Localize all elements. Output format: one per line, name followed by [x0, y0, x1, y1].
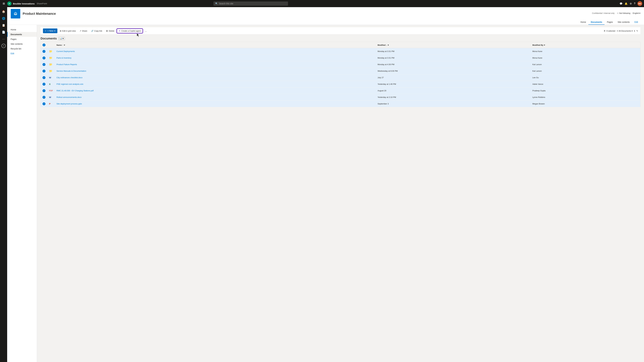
chevron-down-icon: ▾ — [632, 30, 633, 32]
not-following-button[interactable]: ☆ Not following — [617, 12, 630, 14]
more-row-button-4[interactable]: ⋯ — [87, 76, 91, 79]
sidebar-item-site-contents[interactable]: Site contents — [7, 41, 37, 46]
share-row-button-0[interactable]: ↗ — [76, 50, 79, 53]
file-name-7[interactable]: Rollout announcements.docx — [56, 96, 82, 98]
file-name-6[interactable]: RMC 21.40.030 - EV Charging Stations.pdf — [56, 89, 94, 92]
row-checkbox-7[interactable]: ✓ — [42, 96, 46, 99]
file-name-0[interactable]: Current Deployments — [56, 50, 75, 52]
modified-by-header[interactable]: Modified By ▾ — [530, 42, 640, 48]
share-row-button-4[interactable]: ↗ — [84, 76, 87, 79]
select-all-header[interactable]: ✓ — [41, 42, 48, 48]
share-row-button-2[interactable]: ↗ — [78, 63, 81, 66]
nav-site-contents[interactable]: Site contents — [615, 20, 632, 25]
trash-icon: 🗑 — [106, 30, 108, 32]
more-row-button-3[interactable]: ⋯ — [91, 69, 95, 73]
row-checkbox-1[interactable]: ✓ — [42, 56, 46, 59]
sidebar-item-recycle-bin[interactable]: Recycle bin — [7, 46, 37, 51]
new-button[interactable]: + + New ▾ — [43, 28, 58, 33]
select-all-checkbox[interactable]: ✓ — [42, 43, 46, 46]
folder-icon: 📁 — [49, 69, 52, 72]
sidebar-item-documents[interactable]: Documents — [7, 32, 37, 37]
more-row-button-6[interactable]: ⋯ — [98, 89, 102, 92]
more-row-button-7[interactable]: ⋯ — [86, 95, 90, 99]
search-icon: 🔍 — [215, 2, 218, 5]
file-name-4[interactable]: City ordinances checklist.docx — [56, 76, 82, 79]
language-selector[interactable]: English ▾ — [633, 12, 640, 14]
modified-by-cell-5: Adele Vance — [530, 81, 640, 87]
search-bar[interactable]: 🔍 Search this site — [214, 1, 288, 6]
nav-edit[interactable]: Edit — [632, 20, 640, 25]
left-icon-bar: 🏠 🌐 📋 📄 ⋯ + — [0, 7, 7, 362]
edit-grid-view-button[interactable]: ⊞ Edit in grid view — [58, 29, 77, 33]
name-cell: Product Failure Reports ↗ ⋯ — [55, 61, 376, 68]
lists-nav-icon[interactable]: 📋 — [1, 23, 6, 28]
pages-nav-icon[interactable]: 📄 — [1, 29, 6, 35]
nav-documents[interactable]: Documents — [588, 20, 604, 25]
name-header[interactable]: Name ↑ ▾ — [55, 42, 376, 48]
folder-icon: 📁 — [49, 56, 52, 59]
modified-by-cell-8: Megan Bowen — [530, 100, 640, 107]
more-row-button-1[interactable]: ⋯ — [76, 56, 80, 60]
row-checkbox-4[interactable]: ✓ — [42, 76, 46, 79]
nav-pages[interactable]: Pages — [604, 20, 615, 25]
row-checkbox-0[interactable]: ✓ — [42, 50, 46, 53]
row-checkbox-cell: ✓ — [41, 61, 48, 68]
share-row-button-7[interactable]: ↗ — [83, 95, 86, 99]
file-name-3[interactable]: Service Manuals & Documentation — [56, 70, 86, 72]
file-name-2[interactable]: Product Failure Reports — [56, 63, 77, 65]
sidebar-item-edit[interactable]: Edit — [7, 51, 37, 56]
file-name-5[interactable]: PSE regional cost analysis.xslx — [56, 83, 83, 85]
share-row-button-1[interactable]: ↗ — [72, 56, 76, 60]
more-options-button[interactable]: ... — [144, 29, 148, 33]
deselect-all-button[interactable]: ✕ — [604, 29, 606, 32]
share-row-button-8[interactable]: ↗ — [83, 102, 86, 105]
waffle-menu-icon[interactable]: ⊞ — [2, 1, 6, 6]
file-type-cell: W — [47, 74, 55, 81]
bar-chart-icon: 📊 — [60, 37, 62, 40]
folder-icon: 📁 — [49, 50, 52, 53]
notification-icon[interactable]: 🔔 — [624, 2, 628, 5]
nav-home[interactable]: Home — [578, 20, 588, 25]
view-selector[interactable]: ≡ All Documents ▾ — [617, 30, 633, 32]
settings-icon[interactable]: ⚙ — [630, 2, 632, 5]
more-row-button-8[interactable]: ⋯ — [87, 102, 90, 105]
more-row-button-0[interactable]: ⋯ — [80, 50, 83, 53]
file-name-8[interactable]: Site deployment process.pptx — [56, 103, 82, 105]
file-type-cell: 📁 — [47, 61, 55, 68]
share-row-button-3[interactable]: ↗ — [87, 69, 90, 73]
site-nav-row: Home Documents Pages Site contents Edit — [11, 20, 640, 25]
share-row-button-5[interactable]: ↗ — [84, 82, 88, 86]
file-name-1[interactable]: Parts & Inventory — [56, 57, 72, 59]
sidebar-item-pages[interactable]: Pages — [7, 37, 37, 41]
copy-link-button[interactable]: 🔗 Copy link — [90, 29, 104, 33]
more-nav-icon[interactable]: ⋯ — [1, 36, 6, 42]
selected-count: ✕ 9 selected — [604, 29, 615, 32]
info-button[interactable]: ℹ — [634, 30, 635, 32]
row-checkbox-cell: ✓ — [41, 87, 48, 94]
modified-header[interactable]: Modified ↓ ▾ — [376, 42, 530, 48]
create-copilot-agent-button[interactable]: ✦ Create a Copilot agent — [117, 28, 143, 33]
create-nav-icon[interactable]: + — [2, 44, 6, 48]
share-row-button-6[interactable]: ↗ — [95, 89, 98, 92]
sites-nav-icon[interactable]: 🌐 — [1, 16, 6, 21]
modified-by-cell-3: Kat Larson — [530, 68, 640, 74]
more-row-button-5[interactable]: ⋯ — [88, 82, 92, 86]
edit-columns-button[interactable]: ✎ — [636, 30, 638, 32]
help-icon[interactable]: ? — [634, 2, 635, 5]
home-nav-icon[interactable]: 🏠 — [1, 9, 6, 14]
row-checkbox-5[interactable]: ✓ — [42, 83, 46, 86]
modified-cell-2: Monday at 4:30 PM — [376, 61, 530, 68]
row-checkbox-8[interactable]: ✓ — [42, 102, 46, 105]
sort-asc-icon: ↓ — [386, 44, 387, 46]
share-button[interactable]: ↗ Share — [78, 29, 89, 33]
view-toggle-button[interactable]: 📊 ▾ — [58, 37, 65, 40]
row-checkbox-3[interactable]: ✓ — [42, 69, 46, 72]
row-checkbox-6[interactable]: ✓ — [42, 89, 46, 92]
row-checkbox-2[interactable]: ✓ — [42, 63, 46, 66]
user-avatar[interactable]: MA — [638, 1, 642, 6]
more-row-button-2[interactable]: ⋯ — [82, 63, 86, 66]
sidebar-item-home[interactable]: Home — [7, 27, 37, 32]
list-icon: ≡ — [617, 30, 618, 32]
delete-button[interactable]: 🗑 Delete — [104, 29, 116, 33]
share-feedback-icon[interactable]: 💬 — [620, 2, 622, 5]
